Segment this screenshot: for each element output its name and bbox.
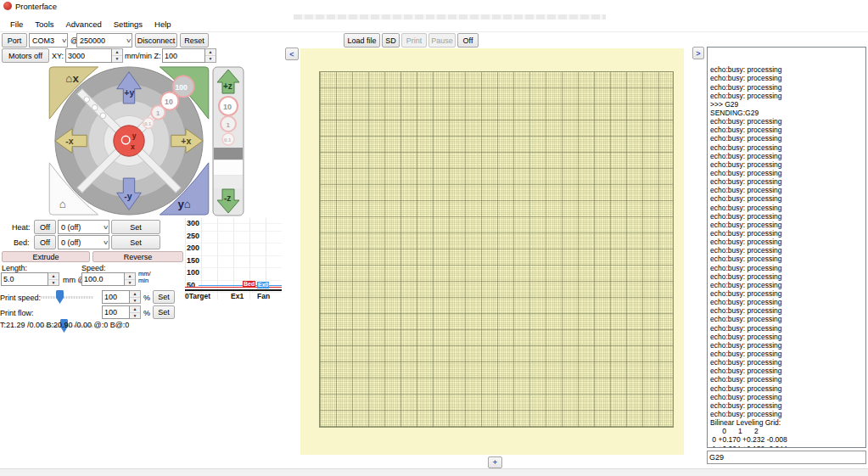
- bed-grid[interactable]: [319, 71, 674, 428]
- chevron-down-icon: v: [126, 37, 131, 43]
- home-all-label: ⌂: [59, 198, 66, 210]
- xy-jog-pad[interactable]: ⌂x z⌂ ⌂ y⌂ +y -y -x +x y x 100 10 1 0.1: [48, 65, 210, 216]
- heat-set-button[interactable]: Set: [111, 220, 160, 234]
- spinner-arrows[interactable]: ▲▼: [130, 305, 141, 319]
- extrude-button[interactable]: Extrude: [2, 251, 90, 262]
- log-line: echo:busy: processing: [710, 333, 865, 341]
- log-line: echo:busy: processing: [710, 221, 865, 229]
- spinner-arrows[interactable]: ▲▼: [112, 48, 123, 63]
- menu-item[interactable]: File: [4, 18, 29, 31]
- extrude-speed-input[interactable]: [81, 272, 125, 286]
- svg-text:1: 1: [156, 109, 160, 117]
- bed-viewer-panel[interactable]: [300, 48, 684, 455]
- log-line: echo:busy: processing: [710, 117, 865, 126]
- svg-text:+x: +x: [181, 136, 191, 146]
- bed-set-button[interactable]: Set: [111, 235, 160, 249]
- graph-x-axis-line: [185, 289, 282, 291]
- xy-feedrate-stepper[interactable]: ▲▼: [65, 48, 123, 63]
- heat-off-button[interactable]: Off: [34, 220, 56, 234]
- svg-text:+y: +y: [124, 87, 134, 98]
- z-feed-label: mm/min Z:: [125, 52, 161, 60]
- baudrate-select[interactable]: 250000v: [76, 33, 132, 48]
- log-line: echo:busy: processing: [710, 350, 865, 358]
- print-speed-label: Print speed:: [0, 294, 41, 302]
- y-tick: 150: [187, 256, 199, 269]
- log-line: echo:busy: processing: [710, 229, 865, 238]
- ex1-axis-label: Ex1: [231, 292, 244, 300]
- print-flow-stepper[interactable]: ▲▼: [102, 305, 141, 319]
- menu-item[interactable]: Settings: [108, 18, 148, 31]
- spinner-arrows[interactable]: ▲▼: [48, 272, 59, 286]
- log-line: echo:busy: processing: [710, 169, 865, 177]
- z-feedrate-input[interactable]: [162, 48, 205, 63]
- print-speed-input[interactable]: [102, 290, 130, 304]
- z-jog-column[interactable]: +z 10 1 0.1 -z: [212, 66, 244, 216]
- home-x-label: ⌂x: [65, 72, 79, 85]
- xy-feedrate-input[interactable]: [65, 48, 112, 63]
- bed-preset-select[interactable]: 0 (off)v: [58, 235, 109, 249]
- y-tick: 250: [187, 232, 199, 244]
- log-line: echo:busy: processing: [710, 65, 865, 74]
- expand-bottom-button[interactable]: +: [488, 456, 502, 468]
- z-band-dark[interactable]: [214, 148, 243, 160]
- log-line: echo:busy: processing: [710, 238, 865, 246]
- collapse-right-button[interactable]: >: [692, 47, 704, 59]
- menu-item[interactable]: Help: [148, 18, 177, 31]
- log-line: Bilinear Leveling Grid:: [710, 418, 865, 427]
- motors-off-button[interactable]: Motors off: [2, 48, 49, 63]
- log-line: echo:busy: processing: [710, 410, 865, 418]
- bed-off-button[interactable]: Off: [34, 235, 56, 249]
- menu-item[interactable]: Tools: [29, 18, 59, 31]
- print-speed-slider[interactable]: [41, 290, 93, 304]
- log-line: echo:busy: processing: [710, 152, 865, 160]
- svg-text:1: 1: [227, 121, 231, 129]
- percent-label: %: [143, 294, 150, 302]
- ex0-line-chip: Ex0: [257, 282, 269, 288]
- print-speed-stepper[interactable]: ▲▼: [102, 290, 141, 304]
- log-output[interactable]: echo:busy: processingecho:busy: processi…: [707, 47, 866, 448]
- gcode-command-input[interactable]: [707, 451, 866, 464]
- log-line: echo:busy: processing: [710, 384, 865, 393]
- print-flow-set-button[interactable]: Set: [153, 305, 175, 319]
- port-button[interactable]: Port: [2, 33, 27, 48]
- disconnect-button[interactable]: Disconnect: [135, 33, 177, 48]
- sd-button[interactable]: SD: [382, 33, 400, 48]
- port-select[interactable]: COM3v: [29, 33, 68, 48]
- log-line: echo:busy: processing: [710, 272, 865, 281]
- print-flow-label: Print flow:: [0, 309, 34, 317]
- jog-center-button[interactable]: [114, 126, 144, 156]
- heat-preset-select[interactable]: 0 (off)v: [58, 220, 109, 234]
- log-line: echo:busy: processing: [710, 375, 865, 384]
- off-button[interactable]: Off: [457, 33, 479, 48]
- log-line: echo:busy: processing: [710, 134, 865, 143]
- home-y-label: y⌂: [177, 198, 191, 210]
- menu-item[interactable]: Advanced: [60, 18, 108, 31]
- log-line: echo:busy: processing: [710, 186, 865, 194]
- bed-line-chip: Bed: [243, 281, 255, 288]
- spinner-arrows[interactable]: ▲▼: [130, 290, 141, 304]
- print-flow-input[interactable]: [102, 305, 130, 319]
- log-line: echo:busy: processing: [710, 143, 865, 152]
- reverse-button[interactable]: Reverse: [92, 251, 183, 262]
- slider-thumb[interactable]: [56, 290, 64, 304]
- log-line: echo:busy: processing: [710, 177, 865, 186]
- z-band-light[interactable]: [214, 160, 243, 175]
- collapse-left-button[interactable]: <: [285, 48, 299, 60]
- print-button: Print: [401, 33, 427, 48]
- extrude-speed-stepper[interactable]: ▲▼: [81, 272, 136, 286]
- extrude-length-input[interactable]: [1, 272, 48, 286]
- temperature-readout: T:21.29 /0.00 B:20.90 /0.00 @:0 B@:0: [0, 321, 129, 329]
- spinner-arrows[interactable]: ▲▼: [125, 272, 136, 286]
- z-band-lighter[interactable]: [214, 176, 243, 188]
- reset-button[interactable]: Reset: [180, 33, 209, 48]
- extrude-length-stepper[interactable]: ▲▼: [1, 272, 59, 286]
- chevron-down-icon: v: [62, 37, 66, 43]
- spinner-arrows[interactable]: ▲▼: [205, 48, 216, 63]
- load-file-button[interactable]: Load file: [344, 33, 380, 48]
- xy-feed-label: XY:: [52, 52, 64, 60]
- z-feedrate-stepper[interactable]: ▲▼: [162, 48, 216, 63]
- log-line: echo:busy: processing: [710, 401, 865, 410]
- log-line: echo:busy: processing: [710, 341, 865, 350]
- print-speed-set-button[interactable]: Set: [153, 290, 175, 304]
- log-line: echo:busy: processing: [710, 264, 865, 272]
